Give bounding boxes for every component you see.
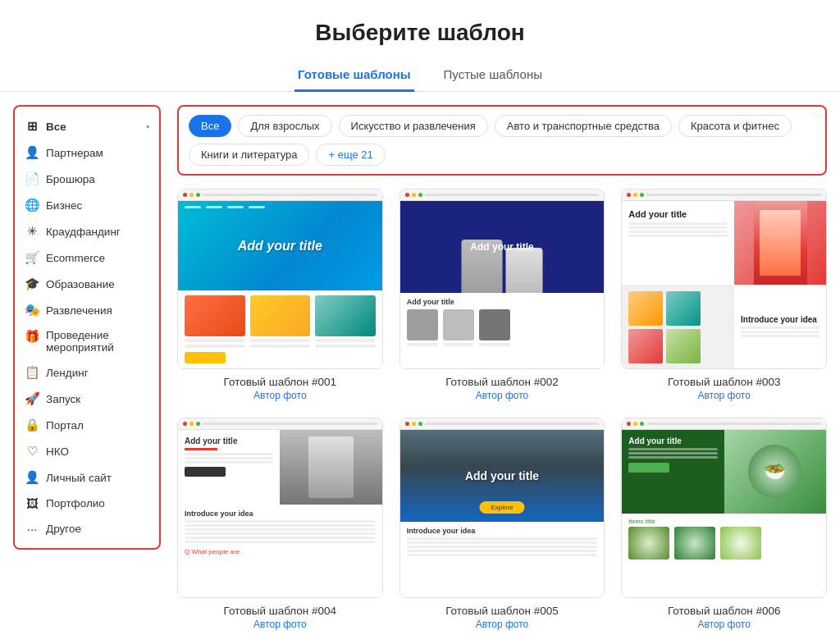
filter-more[interactable]: + еще 21 xyxy=(316,144,385,166)
template-card-005[interactable]: Add your title Explore Introduce your id… xyxy=(399,418,605,630)
nko-icon: ♡ xyxy=(25,444,39,459)
sidebar-item-all[interactable]: ⊞ Все • xyxy=(15,113,159,139)
filter-art[interactable]: Искусство и развлечения xyxy=(339,115,488,137)
t001-nav-dot-4 xyxy=(249,206,265,208)
template-card-003[interactable]: Add your title xyxy=(621,189,827,401)
sidebar-item-education[interactable]: 🎓 Образование xyxy=(15,271,159,297)
sidebar-item-brochure[interactable]: 📄 Брошюра xyxy=(15,166,159,192)
nav-dot-yellow-6 xyxy=(633,422,637,426)
t002-pline-3 xyxy=(479,343,510,346)
tab-blank[interactable]: Пустые шаблоны xyxy=(441,59,546,92)
template-card-006[interactable]: Add your title 🥗 xyxy=(621,418,827,630)
sidebar-item-launch[interactable]: 🚀 Запуск xyxy=(15,386,159,412)
mockup-nav-001 xyxy=(178,190,382,201)
grid-icon: ⊞ xyxy=(25,119,39,134)
t001-card-1 xyxy=(185,295,245,363)
t004-top: Add your title xyxy=(178,430,382,505)
page-header: Выберите шаблон xyxy=(0,0,840,59)
template-author-002[interactable]: Автор фото xyxy=(399,390,605,401)
t003-desc-2 xyxy=(628,226,728,229)
t004-bottom: Introduce your idea Q What people are xyxy=(178,505,382,597)
t003-person-shape xyxy=(760,210,801,276)
t003-product-grid xyxy=(628,291,728,363)
t005-title: Add your title xyxy=(465,469,539,482)
t003-intro-title: Introduce your idea xyxy=(741,315,819,324)
sidebar-item-nko[interactable]: ♡ НКО xyxy=(15,438,159,464)
t001-btn-1 xyxy=(185,352,226,363)
t003-top: Add your title xyxy=(622,201,826,285)
nav-dot-green-4 xyxy=(196,422,200,426)
sidebar-item-business[interactable]: 🌐 Бизнес xyxy=(15,192,159,218)
filter-adult[interactable]: Для взрослых xyxy=(238,115,331,137)
t003-intro-line-3 xyxy=(741,335,819,337)
t005-line-3 xyxy=(407,546,598,548)
nav-dot-green-2 xyxy=(418,193,422,197)
filter-all[interactable]: Все xyxy=(189,115,231,137)
template-card-001[interactable]: Add your title xyxy=(177,189,383,401)
nav-dot-green-5 xyxy=(418,422,422,426)
t003-desc-1 xyxy=(628,222,728,225)
nav-dot-red-3 xyxy=(627,193,631,197)
t003-person xyxy=(754,201,807,285)
sidebar-item-crowdfunding[interactable]: ✳ Краудфандинг xyxy=(15,218,159,244)
t006-salad-emoji: 🥗 xyxy=(764,461,786,482)
t003-gray-col xyxy=(622,285,734,368)
mockup-nav-002 xyxy=(400,190,605,201)
t004-img-col xyxy=(280,430,381,505)
t004-intro-title: Introduce your idea xyxy=(185,509,376,518)
template-author-001[interactable]: Автор фото xyxy=(177,390,383,401)
sidebar-item-entertainment[interactable]: 🎭 Развлечения xyxy=(15,297,159,323)
sidebar-item-partners[interactable]: 👤 Партнерам xyxy=(15,139,159,166)
template-name-002: Готовый шаблон #002 xyxy=(399,376,605,388)
t004-text-col: Add your title xyxy=(178,430,280,505)
tab-ready[interactable]: Готовые шаблоны xyxy=(294,59,414,92)
t002-person-3 xyxy=(479,309,510,346)
filter-books[interactable]: Книги и литература xyxy=(189,144,309,166)
template-author-003[interactable]: Автор фото xyxy=(621,390,827,401)
mockup-nav-005 xyxy=(400,418,605,430)
sidebar-item-portal[interactable]: 🔒 Портал xyxy=(15,412,159,438)
t004-tline-4 xyxy=(185,532,376,535)
template-card-004[interactable]: Add your title xyxy=(177,418,383,630)
template-author-006[interactable]: Автор фото xyxy=(621,619,827,630)
entertainment-icon: 🎭 xyxy=(25,303,39,318)
brochure-icon: 📄 xyxy=(25,171,39,186)
t001-line-1 xyxy=(185,339,245,342)
template-card-002[interactable]: Add your title Add your title xyxy=(399,189,605,401)
nav-dot-red-5 xyxy=(405,422,409,426)
t003-container: Add your title xyxy=(622,201,826,368)
t003-text-col: Add your title xyxy=(622,201,734,285)
ecommerce-icon: 🛒 xyxy=(25,250,39,265)
t001-line-4 xyxy=(250,345,311,348)
filter-auto[interactable]: Авто и транспортные средства xyxy=(495,115,672,137)
t006-desc-2 xyxy=(628,452,717,455)
template-author-004[interactable]: Автор фото xyxy=(177,619,383,630)
nav-line-2 xyxy=(425,194,600,196)
t005-hero: Add your title Explore xyxy=(400,430,605,522)
t006-salad-grid xyxy=(628,527,819,560)
sidebar-item-portfolio[interactable]: 🖼 Портфолио xyxy=(15,491,159,516)
template-author-005[interactable]: Автор фото xyxy=(399,619,605,630)
sidebar-item-other[interactable]: ··· Другое xyxy=(15,516,159,541)
t002-avatar-3 xyxy=(479,309,510,340)
sidebar-item-landing[interactable]: 📋 Лендинг xyxy=(15,359,159,386)
t003-prod-1 xyxy=(628,291,663,326)
t004-red-line xyxy=(185,448,217,450)
content-area: Все Для взрослых Искусство и развлечения… xyxy=(177,105,827,630)
portal-icon: 🔒 xyxy=(25,418,39,432)
t004-desc-1 xyxy=(185,453,273,455)
sidebar-item-ecommerce[interactable]: 🛒 Ecommerce xyxy=(15,244,159,271)
nav-dot-red-6 xyxy=(627,422,631,426)
t006-desc-1 xyxy=(628,448,717,450)
t001-card-img-3 xyxy=(315,295,376,336)
t004-big-title: Add your title xyxy=(185,436,273,445)
sidebar-item-personal[interactable]: 👤 Личный сайт xyxy=(15,464,159,491)
t001-nav-dot-3 xyxy=(227,206,244,208)
t003-intro-line-1 xyxy=(741,327,819,329)
template-name-004: Готовый шаблон #004 xyxy=(177,605,383,617)
t006-title: Add your title xyxy=(628,436,717,445)
nav-dot-green-6 xyxy=(640,422,644,426)
filter-beauty[interactable]: Красота и фитнес xyxy=(678,115,792,137)
template-preview-006: Add your title 🥗 xyxy=(621,418,827,598)
sidebar-item-events[interactable]: 🎁 Проведение мероприятий xyxy=(15,323,159,359)
